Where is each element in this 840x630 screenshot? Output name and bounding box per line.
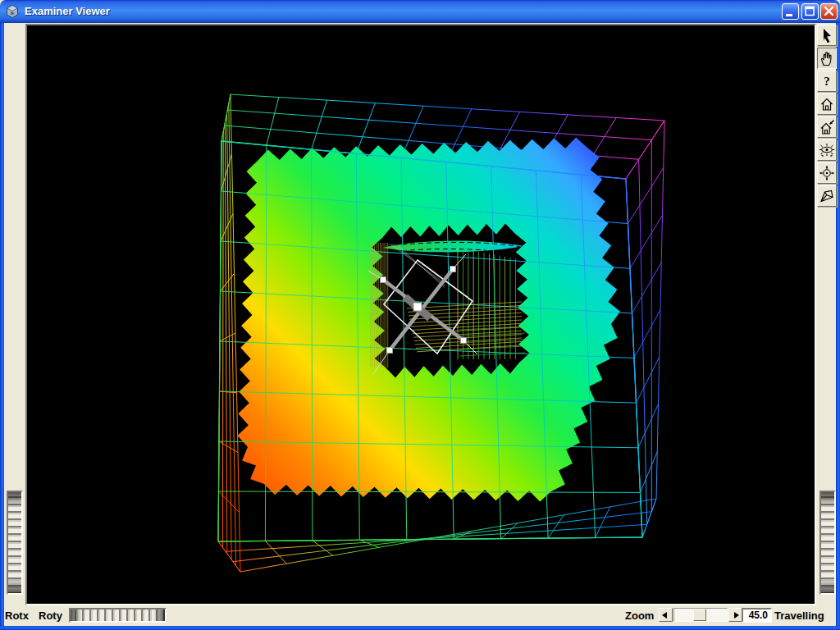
help-button[interactable]: ?: [817, 71, 837, 92]
3d-scene: [27, 25, 815, 604]
viewport-3d-render-area[interactable]: [25, 24, 816, 605]
window-title: Examiner Viewer: [25, 0, 110, 23]
close-button[interactable]: [820, 3, 838, 20]
app-inventor-icon: iv: [6, 5, 19, 18]
dragger-cube-handle[interactable]: [450, 267, 456, 272]
zoom-slider-track[interactable]: [673, 608, 728, 622]
cursor-arrow-icon: [819, 27, 835, 43]
right-arrow-icon: [734, 612, 739, 619]
svg-text:iv: iv: [11, 10, 15, 16]
set-home-button[interactable]: [817, 116, 837, 138]
view-hand-button[interactable]: [817, 48, 837, 69]
question-mark-icon: ?: [819, 73, 835, 89]
dragger-center-cube[interactable]: [413, 303, 422, 311]
maximize-button[interactable]: [801, 3, 819, 20]
seek-button[interactable]: [817, 162, 837, 184]
pick-arrow-button[interactable]: [817, 25, 837, 46]
left-arrow-icon: [662, 612, 667, 619]
maximize-icon: [802, 4, 818, 19]
home-set-icon: [819, 119, 835, 135]
dragger-cube-handle[interactable]: [461, 338, 467, 344]
window-border-bottom: [0, 626, 840, 630]
roty-thumbwheel[interactable]: [69, 608, 167, 623]
rainbow-jagged-surface: [238, 138, 621, 502]
zoom-slider-thumb[interactable]: [693, 609, 706, 621]
eye-rays-icon: [819, 142, 835, 158]
zoom-label: Zoom: [625, 605, 654, 626]
close-icon: [821, 4, 837, 19]
home-button[interactable]: [817, 94, 837, 115]
perspective-camera-icon: [819, 188, 835, 204]
minimize-icon: [783, 4, 798, 19]
examiner-viewer-window: iv Examiner Viewer ?: [0, 0, 840, 630]
crosshair-seek-icon: [819, 165, 835, 181]
window-border-left: [0, 23, 4, 630]
view-all-button[interactable]: [817, 139, 837, 161]
camera-mode-label: Travelling: [774, 605, 824, 626]
zoom-slider-left-arrow[interactable]: [659, 608, 673, 622]
rotx-label: Rotx: [5, 605, 29, 626]
right-dolly-thumbwheel[interactable]: [819, 491, 836, 595]
left-rotx-thumbwheel[interactable]: [7, 491, 23, 595]
home-icon: [819, 96, 835, 112]
zoom-slider-right-arrow[interactable]: [728, 608, 742, 622]
dragger-cube-handle[interactable]: [381, 277, 386, 283]
minimize-button[interactable]: [782, 3, 799, 20]
dragger-cube-handle[interactable]: [387, 348, 393, 354]
hand-icon: [819, 50, 835, 66]
zoom-value-field[interactable]: [742, 608, 772, 623]
svg-text:?: ?: [824, 75, 830, 88]
roty-label: Roty: [39, 605, 62, 626]
bottom-control-bar: Rotx Roty Zoom Travelling: [4, 605, 836, 626]
camera-type-button[interactable]: [817, 185, 837, 207]
title-bar[interactable]: iv Examiner Viewer: [0, 0, 840, 23]
